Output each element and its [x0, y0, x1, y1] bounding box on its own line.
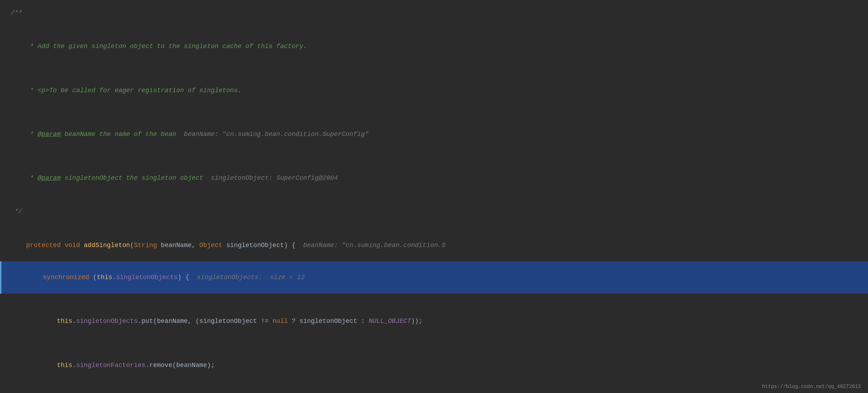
- space2: [80, 242, 84, 249]
- code-line-8: [11, 150, 857, 162]
- code-line-16: this.singletonObjects.put(beanName, (sin…: [11, 305, 857, 337]
- this-keyword: this: [97, 274, 112, 281]
- this-16: this: [57, 318, 72, 325]
- code-line-1: /**: [11, 7, 857, 19]
- keyword-void: void: [64, 242, 80, 249]
- null-object-16: NULL_OBJECT: [369, 318, 411, 325]
- null-16: null: [273, 318, 288, 325]
- params-open: (: [130, 242, 134, 249]
- page-url: https://blog.csdn.net/qq_40272613: [762, 384, 861, 389]
- dot1: .: [112, 274, 116, 281]
- close-16: ));: [411, 318, 422, 325]
- method-name: addSingleton: [84, 242, 130, 249]
- code-line-6: [11, 106, 857, 118]
- comment-param-name-7: beanName the name of the bean: [61, 131, 176, 138]
- param2: singletonObject) {: [222, 242, 295, 249]
- code-line-10: [11, 194, 857, 206]
- dot-16: .: [72, 318, 76, 325]
- code-line-12: [11, 218, 857, 229]
- ternary-16: ? singletonObject :: [288, 318, 369, 325]
- code-line-3: * Add the given singleton object to the …: [11, 31, 857, 63]
- code-line-19: [11, 381, 857, 393]
- code-line-9: * @param singletonObject the singleton o…: [11, 162, 857, 194]
- space: [61, 242, 64, 249]
- indent-16: [26, 318, 57, 325]
- code-editor: /** * Add the given singleton object to …: [0, 0, 868, 393]
- comment-prefix-9: *: [26, 174, 37, 182]
- comment-text-3: * Add the given singleton object to the …: [26, 43, 307, 50]
- hint-9: singletonObject: SuperConfig@2004: [203, 174, 338, 182]
- keyword-synchronized: synchronized: [43, 274, 89, 281]
- indent-18: [26, 362, 57, 369]
- singleton-objects-field: singletonObjects: [116, 274, 178, 281]
- param1: beanName,: [157, 242, 200, 249]
- field-18: singletonFactories: [76, 362, 145, 369]
- this-18: this: [57, 362, 72, 369]
- code-line-11: */: [11, 206, 857, 218]
- comment-param-tag-7: @param: [38, 131, 61, 138]
- type-object: Object: [199, 242, 222, 249]
- comment-param-name-9: singletonObject the singleton object: [61, 174, 203, 182]
- code-line-7: * @param beanName the name of the bean b…: [11, 118, 857, 150]
- comment-param-tag-9: @param: [38, 174, 61, 182]
- comment-text-5: * <p>To be called for eager registration…: [26, 87, 242, 94]
- code-line-13: protected void addSingleton(String beanN…: [11, 229, 857, 261]
- code-line-4: [11, 63, 857, 74]
- code-line-14: synchronized (this.singletonObjects) { s…: [0, 261, 868, 293]
- type-string: String: [134, 242, 157, 249]
- keyword-protected: protected: [26, 242, 61, 249]
- method-call-16: .put(beanName, (singletonObject !=: [138, 318, 273, 325]
- comment-prefix-7: *: [26, 131, 37, 138]
- code-line-18: this.singletonFactories.remove(beanName)…: [11, 349, 857, 381]
- sync-open: (: [89, 274, 97, 281]
- indent-14: [27, 274, 43, 281]
- hint-14: singletonObjects: size = 12: [189, 274, 305, 281]
- code-line-5: * <p>To be called for eager registration…: [11, 74, 857, 106]
- code-line-2: [11, 19, 857, 31]
- hint-7: beanName: "cn.suming.bean.condition.Supe…: [176, 131, 369, 138]
- code-line-15: [11, 294, 857, 305]
- method-call-18: .remove(beanName);: [145, 362, 215, 369]
- hint-13: beanName: "cn.suming.bean.condition.S: [295, 242, 445, 249]
- code-line-17: [11, 337, 857, 349]
- field-16: singletonObjects: [76, 318, 138, 325]
- dot-18: .: [72, 362, 76, 369]
- sync-close: ) {: [178, 274, 189, 281]
